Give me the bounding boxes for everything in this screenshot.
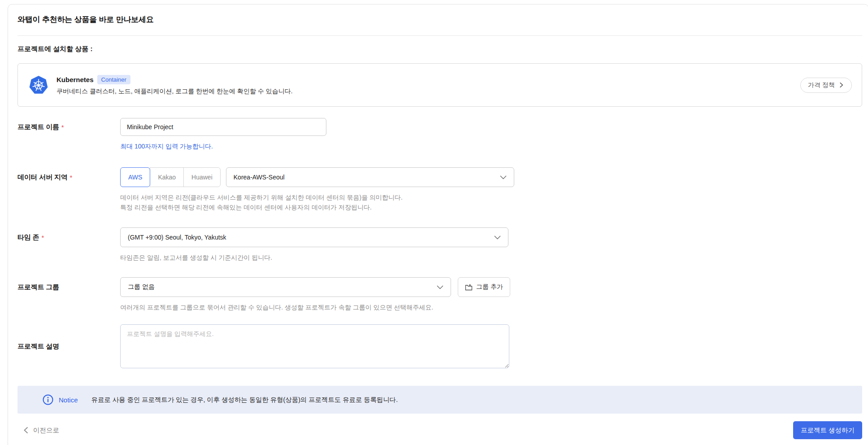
project-description-textarea[interactable] — [120, 324, 509, 368]
back-button[interactable]: 이전으로 — [23, 426, 59, 435]
pricing-policy-label: 가격 정책 — [808, 81, 835, 89]
provider-tab-huawei[interactable]: Huawei — [183, 167, 221, 187]
required-mark: * — [41, 234, 44, 241]
project-group-select-value: 그룹 없음 — [128, 283, 155, 291]
folder-plus-icon — [465, 284, 473, 291]
project-group-helper: 여러개의 프로젝트를 그룹으로 묶어서 관리할 수 있습니다. 생성할 프로젝트… — [120, 302, 862, 312]
provider-tab-kakao[interactable]: Kakao — [150, 167, 184, 187]
timezone-select-value: (GMT +9:00) Seoul, Tokyo, Yakutsk — [128, 234, 226, 241]
header-divider — [17, 35, 862, 36]
region-helper: 데이터 서버 지역은 리전(클라우드 서비스를 제공하기 위해 설치한 데이터 … — [120, 192, 862, 212]
project-name-input[interactable] — [120, 118, 326, 136]
required-mark: * — [70, 174, 73, 181]
project-description-label: 프로젝트 설명 — [17, 324, 120, 368]
chevron-down-icon — [494, 236, 501, 240]
back-label: 이전으로 — [33, 426, 59, 435]
product-card-kubernetes: Kubernetes Container 쿠버네티스 클러스터, 노드, 애플리… — [17, 63, 862, 107]
add-group-button[interactable]: 그룹 추가 — [458, 277, 510, 297]
project-name-label: 프로젝트 이름 * — [17, 118, 120, 136]
footer-actions: 이전으로 프로젝트 생성하기 — [17, 421, 862, 439]
kubernetes-icon — [29, 75, 48, 95]
region-label: 데이터 서버 지역 * — [17, 167, 120, 187]
pricing-policy-button[interactable]: 가격 정책 — [800, 78, 852, 93]
chevron-left-icon — [23, 427, 29, 434]
product-name: Kubernetes — [56, 76, 94, 83]
timezone-label: 타임 존 * — [17, 227, 120, 247]
provider-tab-aws[interactable]: AWS — [120, 167, 150, 187]
chevron-down-icon — [500, 175, 507, 179]
content-panel: 와탭이 추천하는 상품을 바로 만나보세요 프로젝트에 설치할 상품 : — [8, 4, 868, 445]
install-product-section-label: 프로젝트에 설치할 상품 : — [17, 45, 862, 53]
page-title: 와탭이 추천하는 상품을 바로 만나보세요 — [17, 14, 862, 26]
region-select-value: Korea-AWS-Seoul — [234, 174, 285, 181]
project-group-row: 프로젝트 그룹 그룹 없음 — [17, 277, 862, 312]
region-select[interactable]: Korea-AWS-Seoul — [226, 167, 514, 187]
timezone-select[interactable]: (GMT +9:00) Seoul, Tokyo, Yakutsk — [120, 227, 508, 247]
project-group-select[interactable]: 그룹 없음 — [120, 277, 451, 297]
timezone-helper: 타임존은 알림, 보고서를 생성할 시 기준시간이 됩니다. — [120, 253, 862, 262]
info-icon — [43, 394, 53, 405]
timezone-row: 타임 존 * (GMT +9:00) Seoul, Tokyo, Yakutsk… — [17, 227, 862, 262]
cloud-provider-segmented-control: AWS Kakao Huawei — [120, 167, 221, 187]
required-mark: * — [61, 123, 64, 131]
create-project-button[interactable]: 프로젝트 생성하기 — [793, 421, 862, 439]
notice-bar: Notice 유료로 사용 중인 프로젝트가 있는 경우, 이후 생성하는 동일… — [17, 386, 862, 414]
chevron-right-icon — [838, 82, 844, 88]
region-row: 데이터 서버 지역 * AWS Kakao Huawei Korea-AWS-S… — [17, 167, 862, 212]
notice-label: Notice — [59, 396, 78, 404]
project-name-row: 프로젝트 이름 * 최대 100자까지 입력 가능합니다. — [17, 118, 862, 151]
chevron-down-icon — [437, 285, 443, 289]
product-description: 쿠버네티스 클러스터, 노드, 애플리케이션, 로그를 한번에 한눈에 확인할 … — [56, 87, 293, 96]
add-group-label: 그룹 추가 — [476, 283, 503, 291]
product-category-badge: Container — [97, 75, 130, 84]
notice-message: 유료로 사용 중인 프로젝트가 있는 경우, 이후 생성하는 동일한 유형(상품… — [91, 396, 398, 404]
project-description-row: 프로젝트 설명 — [17, 324, 862, 370]
project-create-screen: 와탭이 추천하는 상품을 바로 만나보세요 프로젝트에 설치할 상품 : — [0, 0, 868, 445]
project-name-helper: 최대 100자까지 입력 가능합니다. — [120, 141, 862, 151]
project-group-label: 프로젝트 그룹 — [17, 277, 120, 297]
